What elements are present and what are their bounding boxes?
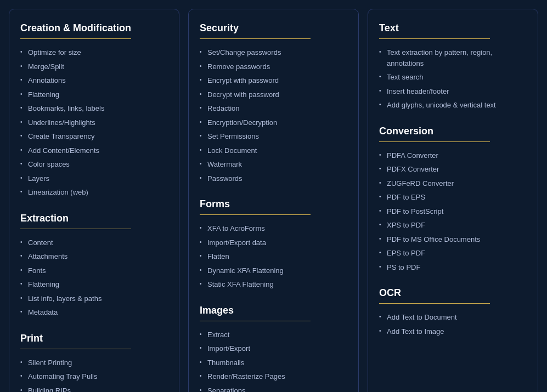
list-item: Underlines/Highlights xyxy=(20,116,168,130)
list-item: Color spaces xyxy=(20,157,168,172)
list-item: Add glyphs, unicode & vertical text xyxy=(379,98,527,112)
list-item: Flattening xyxy=(20,88,168,102)
list-item: Silent Printing xyxy=(20,356,168,370)
section-creation-modification: Creation & ModificationOptimize for size… xyxy=(20,22,168,200)
list-item: XFA to AcroForms xyxy=(200,221,347,236)
section-title-creation-modification: Creation & Modification xyxy=(20,22,168,34)
section-extraction: ExtractionContentAttachmentsFontsFlatten… xyxy=(20,213,168,320)
list-conversion: PDFA ConverterPDFX ConverterZUGFeRD Conv… xyxy=(379,149,527,275)
list-item: Bookmarks, links, labels xyxy=(20,101,168,116)
list-item: Add Text to Document xyxy=(379,310,527,325)
list-item: Import/Export xyxy=(200,342,347,356)
section-text: TextText extraction by pattern, region, … xyxy=(379,22,527,112)
section-images: ImagesExtractImport/ExportThumbnailsRend… xyxy=(200,305,347,393)
list-item: Set Permissions xyxy=(200,129,347,144)
list-item: Optimize for size xyxy=(20,46,168,60)
divider-print xyxy=(20,349,131,349)
list-item: List info, layers & paths xyxy=(20,292,168,306)
section-title-print: Print xyxy=(20,333,168,344)
card-col-right: TextText extraction by pattern, region, … xyxy=(368,9,538,392)
divider-creation-modification xyxy=(20,38,131,39)
list-item: Building RIPs xyxy=(20,384,168,393)
list-item: PDF to PostScript xyxy=(379,204,527,219)
list-item: Layers xyxy=(20,172,168,186)
list-item: Text search xyxy=(379,70,527,84)
divider-forms xyxy=(200,214,311,215)
list-item: EPS to PDF xyxy=(379,246,527,260)
section-title-text: Text xyxy=(379,22,527,34)
list-item: Import/Export data xyxy=(200,236,347,250)
list-item: PDFX Converter xyxy=(379,162,527,177)
list-item: Fonts xyxy=(20,264,168,278)
divider-conversion xyxy=(379,141,490,142)
list-item: Decrypt with password xyxy=(200,88,347,102)
list-item: Create Transparency xyxy=(20,129,168,144)
list-item: Static XFA Flattening xyxy=(200,277,347,292)
list-print: Silent PrintingAutomating Tray PullsBuil… xyxy=(20,356,168,393)
list-item: Add Text to Image xyxy=(379,325,527,339)
divider-text xyxy=(379,38,490,39)
list-item: Watermark xyxy=(200,157,347,172)
list-item: Attachments xyxy=(20,249,168,264)
divider-ocr xyxy=(379,303,490,304)
list-text: Text extraction by pattern, region, anno… xyxy=(379,46,527,112)
section-print: PrintSilent PrintingAutomating Tray Pull… xyxy=(20,333,168,393)
divider-security xyxy=(200,38,311,39)
list-item: Add Content/Elements xyxy=(20,144,168,158)
list-extraction: ContentAttachmentsFontsFlatteningList in… xyxy=(20,236,168,320)
list-item: Flatten xyxy=(200,249,347,264)
list-ocr: Add Text to DocumentAdd Text to Image xyxy=(379,310,527,338)
section-title-forms: Forms xyxy=(200,198,347,210)
list-item: Redaction xyxy=(200,101,347,116)
list-item: PDF to MS Office Documents xyxy=(379,232,527,247)
list-item: Passwords xyxy=(200,172,347,186)
card-col-left: Creation & ModificationOptimize for size… xyxy=(9,9,179,392)
list-item: Remove passwords xyxy=(200,60,347,74)
section-title-extraction: Extraction xyxy=(20,213,168,224)
list-item: Encrypt with password xyxy=(200,73,347,88)
list-item: Encryption/Decryption xyxy=(200,116,347,130)
section-title-security: Security xyxy=(200,22,347,34)
section-title-ocr: OCR xyxy=(379,287,527,299)
section-conversion: ConversionPDFA ConverterPDFX ConverterZU… xyxy=(379,126,527,275)
list-item: XPS to PDF xyxy=(379,218,527,232)
list-item: PDFA Converter xyxy=(379,149,527,163)
list-creation-modification: Optimize for sizeMerge/SplitAnnotationsF… xyxy=(20,46,168,200)
list-item: Dynamic XFA Flattening xyxy=(200,264,347,278)
list-item: Set/Change passwords xyxy=(200,46,347,60)
list-item: Separations xyxy=(200,384,347,393)
list-images: ExtractImport/ExportThumbnailsRender/Ras… xyxy=(200,328,347,393)
list-item: Flattening xyxy=(20,277,168,292)
section-forms: FormsXFA to AcroFormsImport/Export dataF… xyxy=(200,198,347,292)
list-item: Insert header/footer xyxy=(379,84,527,99)
list-item: Render/Rasterize Pages xyxy=(200,370,347,384)
list-item: Linearization (web) xyxy=(20,185,168,200)
divider-extraction xyxy=(20,229,131,229)
list-item: PDF to EPS xyxy=(379,190,527,204)
list-item: ZUGFeRD Converter xyxy=(379,177,527,191)
list-item: Merge/Split xyxy=(20,60,168,74)
list-item: Automating Tray Pulls xyxy=(20,370,168,384)
section-title-images: Images xyxy=(200,305,347,316)
list-item: Content xyxy=(20,236,168,250)
list-item: Metadata xyxy=(20,305,168,320)
list-item: Extract xyxy=(200,328,347,342)
card-col-middle: SecuritySet/Change passwordsRemove passw… xyxy=(188,9,359,392)
list-item: Annotations xyxy=(20,73,168,88)
list-item: Lock Document xyxy=(200,144,347,158)
section-title-conversion: Conversion xyxy=(379,126,527,137)
list-item: PS to PDF xyxy=(379,260,527,275)
section-ocr: OCRAdd Text to DocumentAdd Text to Image xyxy=(379,287,527,338)
divider-images xyxy=(200,321,311,321)
section-security: SecuritySet/Change passwordsRemove passw… xyxy=(200,22,347,185)
list-security: Set/Change passwordsRemove passwordsEncr… xyxy=(200,46,347,185)
main-layout: Creation & ModificationOptimize for size… xyxy=(9,9,538,392)
list-item: Thumbnails xyxy=(200,356,347,370)
list-forms: XFA to AcroFormsImport/Export dataFlatte… xyxy=(200,221,347,292)
list-item: Text extraction by pattern, region, anno… xyxy=(379,46,527,70)
